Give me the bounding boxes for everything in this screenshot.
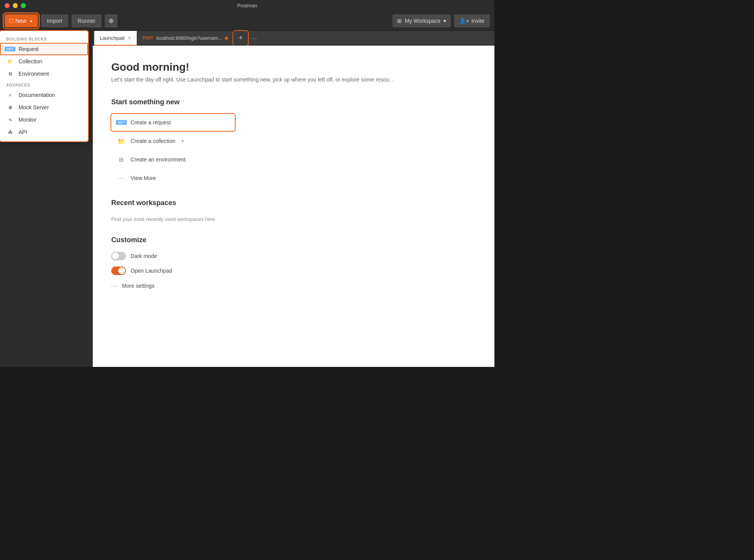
- tab-url-label: localhost:8080/login?usernam...: [156, 36, 222, 41]
- maximize-button[interactable]: [21, 3, 26, 8]
- toggle-knob: [112, 253, 119, 260]
- api-icon: ⁂: [6, 129, 14, 135]
- dropdown-collection-label: Collection: [19, 58, 42, 64]
- import-button[interactable]: Import: [41, 14, 69, 27]
- app-title: Postman: [237, 3, 257, 8]
- more-tabs-icon: ···: [252, 35, 257, 41]
- customize-section-title: Customize: [111, 236, 476, 244]
- close-launchpad-tab[interactable]: ✕: [127, 36, 131, 41]
- create-request-item[interactable]: GET Create a request: [111, 114, 235, 131]
- workspace-label: My Workspace: [405, 18, 440, 24]
- recent-workspaces-section: Recent workspaces Find your most recentl…: [111, 199, 476, 224]
- launchpad-tab-label: Launchpad: [100, 35, 124, 41]
- add-tab-toolbar-button[interactable]: ⊕: [105, 14, 117, 27]
- recent-section-title: Recent workspaces: [111, 199, 476, 207]
- greeting-heading: Good morning!: [111, 61, 476, 73]
- documentation-icon: ≡: [6, 92, 14, 98]
- open-launchpad-toggle-row: Open Launchpad: [111, 266, 476, 275]
- create-collection-label: Create a collection: [131, 138, 175, 144]
- tabs-bar: Launchpad ✕ POST localhost:8080/login?us…: [93, 31, 494, 46]
- advanced-section: Advanced: [0, 80, 88, 89]
- create-collection-item[interactable]: 📁 Create a collection ▾: [111, 132, 235, 149]
- tabs-and-content: Launchpad ✕ POST localhost:8080/login?us…: [93, 31, 494, 367]
- main-layout: Building Blocks GET Request 📁 Collection…: [0, 31, 494, 367]
- tab-launchpad[interactable]: Launchpad ✕: [94, 31, 137, 46]
- view-more-dots-icon: ···: [117, 173, 126, 183]
- customize-section: Customize Dark mode Open Launchpad: [111, 236, 476, 290]
- open-launchpad-label: Open Launchpad: [131, 268, 172, 274]
- invite-label: Invite: [472, 18, 484, 24]
- dropdown-api-label: API: [19, 129, 27, 135]
- environment-icon: ⊟: [6, 71, 14, 76]
- folder-icon: 📁: [6, 59, 14, 64]
- add-tab-icon: +: [239, 34, 243, 42]
- dark-mode-toggle[interactable]: [111, 252, 126, 260]
- tab-post-request[interactable]: POST localhost:8080/login?usernam...: [137, 31, 234, 46]
- get-badge-icon: GET: [6, 46, 14, 52]
- monitor-icon: ∿: [6, 117, 14, 122]
- minimize-button[interactable]: [13, 3, 18, 8]
- toggle-knob-2: [118, 267, 125, 274]
- invite-button[interactable]: 👤+ Invite: [454, 14, 490, 27]
- view-more-item[interactable]: ··· View More: [111, 170, 235, 187]
- caret-icon: ▲: [29, 19, 33, 23]
- more-settings-item[interactable]: ··· More settings: [111, 281, 476, 290]
- environment-screen-icon: ⊟: [117, 155, 126, 164]
- plus-icon: □: [9, 17, 13, 24]
- dropdown-monitor-label: Monitor: [19, 117, 37, 123]
- dropdown-item-mock-server[interactable]: ⊞ Mock Server: [0, 101, 88, 114]
- more-settings-label: More settings: [122, 283, 155, 289]
- add-tab-button[interactable]: +: [234, 31, 248, 45]
- mock-server-icon: ⊞: [6, 105, 14, 110]
- workspace-button[interactable]: ⊞ My Workspace ▾: [392, 14, 451, 27]
- more-settings-dots-icon: ···: [111, 283, 118, 289]
- view-more-label: View More: [131, 175, 156, 181]
- recent-empty-text: Find your most recently used workspaces …: [111, 215, 476, 224]
- create-environment-label: Create an environment: [131, 156, 185, 163]
- collection-folder-icon: 📁: [117, 136, 126, 146]
- more-tabs-button[interactable]: ···: [248, 31, 262, 45]
- dark-mode-toggle-row: Dark mode: [111, 252, 476, 260]
- dropdown-environment-label: Environment: [19, 71, 49, 77]
- dropdown-mock-label: Mock Server: [19, 104, 49, 110]
- traffic-lights: [5, 3, 26, 8]
- create-request-label: Create a request: [131, 119, 171, 126]
- greeting-subtext: Let's start the day off right. Use Launc…: [111, 76, 476, 83]
- unsaved-indicator: [225, 37, 228, 40]
- toolbar: □ New ▲ Import Runner ⊕ ⊞ My Workspace ▾…: [0, 11, 494, 31]
- building-blocks-section: Building Blocks: [0, 34, 88, 43]
- dropdown-item-collection[interactable]: 📁 Collection: [0, 55, 88, 68]
- dropdown-item-environment[interactable]: ⊟ Environment: [0, 68, 88, 80]
- new-label: New: [15, 18, 26, 24]
- dark-mode-label: Dark mode: [131, 253, 157, 259]
- launchpad-content: Good morning! Let's start the day off ri…: [93, 46, 494, 367]
- open-launchpad-toggle[interactable]: [111, 266, 126, 275]
- runner-button[interactable]: Runner: [71, 14, 102, 27]
- post-method-label: POST: [143, 36, 153, 40]
- dropdown-item-documentation[interactable]: ≡ Documentation: [0, 89, 88, 101]
- new-button[interactable]: □ New ▲: [5, 14, 38, 27]
- dropdown-item-request[interactable]: GET Request: [0, 43, 88, 55]
- request-get-icon: GET: [117, 118, 126, 127]
- title-bar: Postman: [0, 0, 494, 11]
- workspace-caret: ▾: [443, 18, 446, 24]
- sidebar: Building Blocks GET Request 📁 Collection…: [0, 31, 93, 367]
- close-button[interactable]: [5, 3, 10, 8]
- collection-caret-icon: ▾: [182, 138, 184, 144]
- new-dropdown-menu: Building Blocks GET Request 📁 Collection…: [0, 31, 88, 141]
- create-environment-item[interactable]: ⊟ Create an environment: [111, 151, 235, 168]
- dropdown-item-monitor[interactable]: ∿ Monitor: [0, 114, 88, 126]
- start-new-section: Start something new GET Create a request…: [111, 98, 476, 187]
- invite-icon: 👤+: [459, 18, 469, 24]
- dropdown-documentation-label: Documentation: [19, 92, 55, 98]
- dropdown-request-label: Request: [19, 46, 39, 52]
- grid-icon: ⊞: [397, 18, 402, 24]
- content-area: Good morning! Let's start the day off ri…: [93, 46, 494, 367]
- start-section-title: Start something new: [111, 98, 476, 106]
- dropdown-item-api[interactable]: ⁂ API: [0, 126, 88, 138]
